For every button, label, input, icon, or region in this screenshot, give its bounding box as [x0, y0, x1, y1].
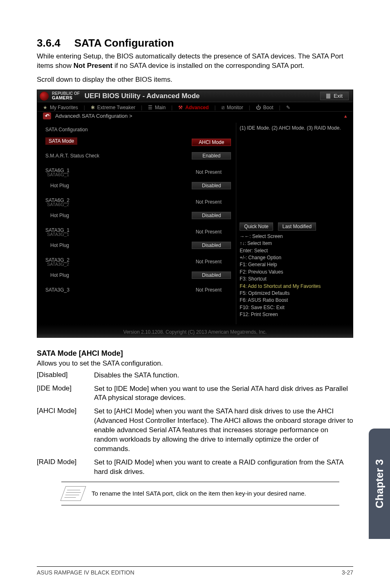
hot-plug-label[interactable]: Hot Plug [45, 272, 69, 278]
quick-note-button[interactable]: Quick Note [240, 222, 273, 231]
tab-advanced[interactable]: ⚒ Advanced [178, 105, 208, 110]
breadcrumb: ↶ Advanced\ SATA Configuration > ▴ [37, 112, 353, 123]
tab-extreme-tweaker[interactable]: ✱Extreme Tweaker [91, 105, 135, 110]
back-button[interactable]: ↶ [43, 112, 51, 119]
bios-version-line: Version 2.10.1208. Copyright (C) 2013 Am… [37, 324, 353, 337]
power-icon: ⏻ [256, 105, 261, 110]
section-heading: 3.6.4SATA Configuration [37, 37, 353, 49]
exit-icon [326, 94, 330, 99]
star-icon: ★ [43, 105, 47, 110]
option-label: [AHCI Mode] [37, 407, 94, 454]
hot-plug-value[interactable]: Disabled [192, 272, 231, 279]
sata-port-presence: Not Present [186, 229, 231, 235]
intro-text: While entering Setup, the BIOS automatic… [37, 52, 353, 71]
tab-favorites[interactable]: ★My Favorites [43, 105, 78, 110]
option-label: [IDE Mode] [37, 384, 94, 403]
bios-utility-title: UEFI BIOS Utility - Advanced Mode [85, 92, 200, 100]
section-title: SATA Configuration [74, 37, 174, 49]
bios-titlebar: REPUBLIC OF GAMERS UEFI BIOS Utility - A… [37, 90, 353, 102]
bios-settings-pane: SATA Configuration SATA Mode AHCI Mode S… [37, 123, 236, 324]
option-label: [RAID Mode] [37, 458, 94, 477]
option-label: [Disabled] [37, 371, 94, 380]
list-icon: ☰ [148, 105, 152, 110]
page-footer: ASUS RAMPAGE IV BLACK EDITION 3-27 [37, 566, 353, 576]
tab-main[interactable]: ☰ Main [148, 105, 166, 110]
sata-port-presence: Not Present [186, 259, 231, 265]
footer-right: 3-27 [342, 569, 353, 576]
bios-help-pane: (1) IDE Mode. (2) AHCI Mode. (3) RAID Mo… [236, 123, 353, 324]
mode-options: [Disabled] Disables the SATA function. [… [37, 371, 353, 477]
bios-screenshot: REPUBLIC OF GAMERS UEFI BIOS Utility - A… [37, 90, 353, 338]
gear-icon: ✱ [91, 105, 95, 110]
chapter-tab: Chapter 3 [369, 429, 390, 539]
smart-status-value[interactable]: Enabled [192, 152, 231, 159]
hot-plug-label[interactable]: Hot Plug [45, 213, 69, 218]
option-desc: Set to [RAID Mode] when you want to crea… [94, 458, 353, 477]
exit-button[interactable]: Exit [320, 92, 349, 100]
sata-mode-value[interactable]: AHCI Mode [192, 139, 231, 146]
note-text: To rename the Intel SATA port, click on … [92, 490, 306, 497]
option-desc: Set to [AHCI Mode] when you want the SAT… [94, 407, 353, 454]
hot-plug-label[interactable]: Hot Plug [45, 183, 69, 189]
note-block: To rename the Intel SATA port, click on … [61, 482, 339, 505]
footer-left: ASUS RAMPAGE IV BLACK EDITION [37, 569, 134, 576]
rog-logo-icon [40, 92, 49, 101]
note-icon [60, 486, 86, 501]
monitor-icon: ⎚ [222, 105, 224, 110]
sata-mode-desc: Allows you to set the SATA configuration… [37, 359, 353, 368]
scroll-note: Scroll down to display the other BIOS it… [37, 76, 353, 84]
shortcut-list: →←: Select Screen ↑↓: Select Item Enter:… [240, 233, 348, 319]
sata-configuration-label: SATA Configuration [45, 127, 88, 132]
wrench-icon: ⚒ [178, 105, 183, 110]
sata-port-header: SATA3G_3 [45, 287, 69, 293]
hot-plug-value[interactable]: Disabled [192, 212, 231, 219]
sata-port-presence: Not Present [186, 169, 231, 175]
crumb-tool-icon: ▴ [344, 113, 347, 119]
hot-plug-value[interactable]: Disabled [192, 182, 231, 189]
section-number: 3.6.4 [37, 37, 61, 49]
hot-plug-label[interactable]: Hot Plug [45, 242, 69, 248]
bios-logo-block: REPUBLIC OF GAMERS UEFI BIOS Utility - A… [40, 92, 200, 101]
sata-mode-item[interactable]: SATA Mode [45, 137, 77, 145]
sata-port-presence: Not Present [186, 287, 231, 293]
last-modified-button[interactable]: Last Modified [278, 222, 316, 231]
tab-monitor[interactable]: ⎚ Monitor [222, 105, 243, 110]
sata-port-presence: Not Present [186, 199, 231, 205]
bios-tabs: ★My Favorites | ✱Extreme Tweaker | ☰ Mai… [37, 102, 353, 112]
sata-mode-heading: SATA Mode [AHCI Mode] [37, 349, 353, 358]
tab-boot[interactable]: ⏻ Boot [256, 105, 273, 110]
help-text: (1) IDE Mode. (2) AHCI Mode. (3) RAID Mo… [240, 125, 348, 178]
smart-status-label[interactable]: S.M.A.R.T. Status Check [45, 153, 99, 159]
option-desc: Set to [IDE Mode] when you want to use t… [94, 384, 353, 403]
tab-tool[interactable]: ✎ [286, 105, 293, 110]
hot-plug-value[interactable]: Disabled [192, 242, 231, 249]
option-desc: Disables the SATA function. [94, 371, 353, 380]
tool-icon: ✎ [286, 105, 290, 110]
